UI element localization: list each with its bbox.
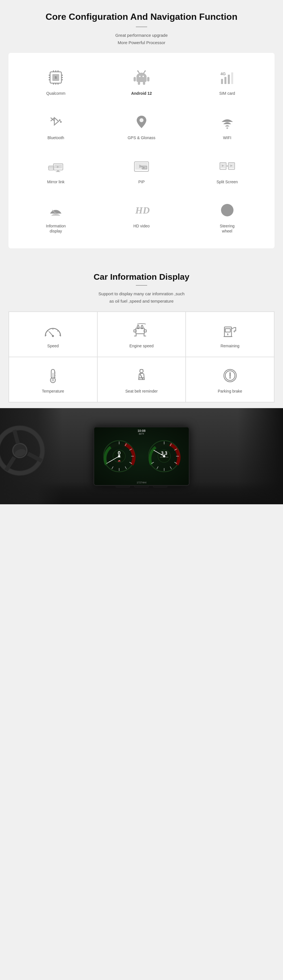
svg-rect-29 [224,77,226,84]
steeringwheel-label: Steeringwheel [220,223,235,234]
svg-rect-30 [228,75,230,84]
svg-rect-3 [49,77,50,78]
svg-rect-4 [49,79,50,80]
svg-text:4G: 4G [221,72,226,76]
feature-gps: GPS & Glonass [99,104,184,148]
splitscreen-icon [217,156,237,176]
speed-label: Speed [47,344,59,348]
svg-rect-24 [147,77,149,81]
svg-rect-49 [56,172,60,172]
car-engine: Engine speed [98,312,185,356]
svg-line-125 [125,467,126,469]
svg-rect-9 [55,70,56,72]
svg-point-133 [118,455,120,457]
svg-point-17 [139,76,141,77]
car-info-grid: Speed [8,312,275,402]
svg-text:🚗: 🚗 [118,459,121,462]
subtitle2-line1: Support to display many car infomration … [99,291,184,296]
infodisplay-label: Informationdisplay [46,223,66,234]
feature-grid: S Qualcomm [13,60,270,242]
subtitle-line1: Great performance upgrade [115,33,168,38]
svg-rect-48 [57,170,59,172]
feature-infodisplay: Informationdisplay [13,192,99,242]
svg-line-127 [112,467,113,469]
temperature-label: Temperature [42,389,64,393]
speedometer-gauge: 0 km/h 🚗 [102,439,136,473]
feature-android: Android 12 [99,60,184,104]
svg-rect-43 [49,167,53,169]
feature-bluetooth: Bluetooth [13,104,99,148]
svg-point-104 [140,369,143,373]
svg-rect-6 [61,77,63,78]
car-temperature: Temperature [9,357,97,402]
pip-label: PIP [138,179,145,185]
dashboard-bg: 10:08 80°F 17274mi [0,408,283,504]
infodisplay-icon [46,200,66,220]
svg-rect-11 [53,83,54,84]
svg-rect-8 [53,70,54,72]
svg-point-149 [163,455,165,457]
svg-line-19 [138,71,139,73]
svg-rect-83 [136,328,144,334]
engine-label: Engine speed [130,344,153,348]
svg-rect-16 [136,77,147,82]
svg-line-66 [59,210,60,210]
remaining-label: Remaining [221,344,240,348]
svg-marker-44 [48,167,49,168]
svg-line-77 [48,330,48,331]
section1-title: Core Configuration And Navigation Functi… [6,11,277,22]
svg-point-40 [139,118,144,122]
car-remaining: $ Remaining [186,312,274,356]
svg-point-98 [51,379,54,382]
svg-rect-85 [144,330,146,332]
bluetooth-icon [46,112,66,132]
svg-rect-2 [49,75,50,76]
section1-divider [136,27,147,27]
svg-line-92 [232,328,234,329]
svg-point-22 [145,70,146,72]
wifi-label: WIFI [223,135,232,140]
car-seatbelt: Seat belt reminder [98,357,185,402]
car-info-section: Car Information Display Support to displ… [0,261,283,408]
simcard-icon: 4G [217,68,237,88]
svg-point-69 [55,213,57,215]
svg-point-38 [59,119,61,121]
parkingbrake-icon [219,366,241,385]
parkingbrake-label: Parking brake [217,389,242,393]
feature-wifi: WIFI [184,104,270,148]
svg-rect-26 [143,81,145,85]
feature-hdvideo: HD HD video [99,192,184,242]
steeringwheel-icon [217,200,237,220]
svg-line-21 [144,71,145,73]
section1-subtitle: Great performance upgrade More Powerful … [6,32,277,46]
svg-point-72 [225,208,230,212]
svg-rect-84 [134,330,136,332]
qualcomm-label: Qualcomm [46,91,66,96]
svg-rect-91 [225,329,230,332]
svg-rect-12 [55,83,56,84]
hdvideo-label: HD video [133,223,150,229]
subtitle-line2: More Powerful Processor [118,40,165,45]
rpm-gauge: 3.3 x1000r/min [147,439,181,473]
engine-icon [130,320,153,340]
feature-card: S Qualcomm [8,53,275,248]
qualcomm-icon: S [46,68,66,88]
feature-qualcomm: S Qualcomm [13,60,99,104]
feature-splitscreen: Split Screen [184,148,270,192]
feature-mirrorlink: Mirror link [13,148,99,192]
feature-simcard: 4G SIM card [184,60,270,104]
svg-rect-10 [58,70,59,72]
svg-point-18 [142,76,144,77]
section2-title: Car Information Display [6,272,277,282]
speed-icon [42,320,64,340]
svg-rect-5 [61,75,63,76]
section2-subtitle: Support to display many car infomration … [6,290,277,305]
wifi-icon [217,112,237,132]
svg-point-20 [137,70,138,72]
svg-text:HD: HD [135,205,150,215]
svg-rect-13 [58,83,59,84]
svg-line-141 [170,467,171,469]
svg-point-82 [52,335,54,337]
svg-rect-28 [221,79,223,84]
thermometer-icon [42,366,64,385]
